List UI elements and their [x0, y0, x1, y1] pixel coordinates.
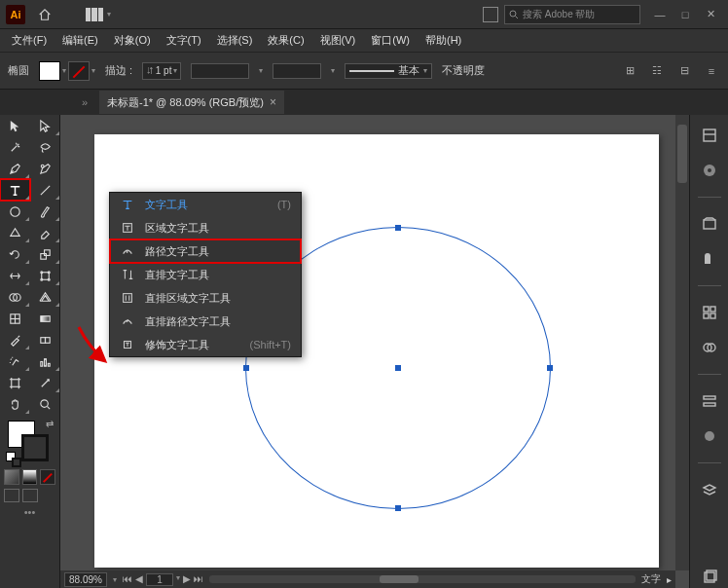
- menu-effect[interactable]: 效果(C): [262, 31, 309, 50]
- menu-file[interactable]: 文件(F): [6, 31, 53, 50]
- stroke-swatch[interactable]: [68, 61, 90, 81]
- properties-panel-icon[interactable]: [699, 125, 720, 146]
- brushes-panel-icon[interactable]: [699, 302, 720, 323]
- shaper-tool[interactable]: [0, 222, 30, 243]
- pen-tool[interactable]: [0, 158, 30, 179]
- symbol-sprayer-tool[interactable]: [0, 350, 30, 372]
- eraser-tool[interactable]: [30, 222, 60, 243]
- tab-expand-icon[interactable]: »: [78, 96, 91, 108]
- eyedropper-tool[interactable]: [0, 329, 30, 350]
- artboard-next[interactable]: ▶: [183, 573, 191, 586]
- stroke-color-icon[interactable]: [21, 434, 49, 461]
- menu-type[interactable]: 文字(T): [161, 31, 207, 50]
- zoom-level-input[interactable]: 88.09%: [64, 572, 107, 587]
- zoom-tool[interactable]: [30, 393, 60, 415]
- flyout-type-tool[interactable]: 文字工具 (T): [110, 193, 301, 216]
- var-width-profile[interactable]: [191, 63, 249, 79]
- stroke-weight-input[interactable]: ⮃ 1 pt ▾: [142, 62, 181, 80]
- more-panels-icon[interactable]: [699, 567, 720, 588]
- handle-top[interactable]: [395, 225, 401, 231]
- flyout-vertical-path-type-tool[interactable]: 直排路径文字工具: [110, 310, 301, 333]
- scale-tool[interactable]: [30, 243, 60, 265]
- menu-view[interactable]: 视图(V): [314, 31, 362, 50]
- appearance-panel-icon[interactable]: [699, 425, 720, 447]
- handle-left[interactable]: [243, 365, 249, 371]
- swap-colors-icon[interactable]: ⇄: [46, 419, 54, 429]
- gradient-tool[interactable]: [30, 308, 60, 329]
- stroke-panel-icon[interactable]: [699, 390, 720, 412]
- fill-swatch[interactable]: [39, 61, 60, 81]
- flyout-area-type-tool[interactable]: 区域文字工具: [110, 216, 301, 239]
- vertical-scrollbar[interactable]: [675, 115, 689, 570]
- selection-tool[interactable]: [0, 115, 30, 136]
- screen-mode-normal[interactable]: [4, 489, 19, 502]
- artboard-number[interactable]: 1: [146, 573, 173, 586]
- artboard-prev[interactable]: ◀: [135, 573, 143, 586]
- libraries-panel-icon[interactable]: [699, 213, 720, 235]
- search-input[interactable]: 搜索 Adobe 帮助: [504, 5, 640, 24]
- hand-tool[interactable]: [0, 393, 30, 415]
- tab-close-button[interactable]: ×: [270, 95, 276, 109]
- menu-window[interactable]: 窗口(W): [365, 31, 416, 50]
- type-tool[interactable]: [0, 179, 30, 201]
- direct-selection-tool[interactable]: [30, 115, 60, 136]
- artboard-last[interactable]: ⏭: [194, 573, 203, 586]
- ellipse-tool[interactable]: [0, 201, 30, 222]
- handle-right[interactable]: [547, 365, 553, 371]
- menu-edit[interactable]: 编辑(E): [56, 31, 104, 50]
- isolate-icon[interactable]: ⊟: [675, 62, 693, 80]
- edit-toolbar-button[interactable]: •••: [0, 504, 59, 520]
- width-tool[interactable]: [0, 265, 30, 286]
- lasso-tool[interactable]: [30, 136, 60, 158]
- flyout-vertical-type-tool[interactable]: 直排文字工具: [110, 263, 301, 286]
- flyout-vertical-area-type-tool[interactable]: 直排区域文字工具: [110, 286, 301, 310]
- align-icon[interactable]: ⊞: [621, 62, 638, 80]
- curvature-tool[interactable]: [30, 158, 60, 179]
- line-tool[interactable]: [30, 179, 60, 201]
- menu-select[interactable]: 选择(S): [211, 31, 259, 50]
- mesh-tool[interactable]: [0, 308, 30, 329]
- h-scroll-thumb[interactable]: [380, 575, 419, 583]
- menu-help[interactable]: 帮助(H): [419, 31, 467, 50]
- handle-bottom[interactable]: [395, 505, 401, 511]
- status-menu-icon[interactable]: ▸: [667, 574, 672, 585]
- color-panel-icon[interactable]: [699, 160, 720, 181]
- brush-def[interactable]: [273, 63, 321, 79]
- home-button[interactable]: [33, 3, 56, 26]
- menu-object[interactable]: 对象(O): [108, 31, 157, 50]
- blend-tool[interactable]: [30, 329, 60, 350]
- flyout-path-type-tool[interactable]: 路径文字工具: [110, 239, 301, 263]
- fill-stroke-swatch[interactable]: ⇄: [0, 415, 59, 467]
- zoom-dropdown-icon[interactable]: ▾: [113, 575, 117, 584]
- graphic-style-preview[interactable]: 基本 ▾: [345, 63, 432, 79]
- paintbrush-tool[interactable]: [30, 201, 60, 222]
- flyout-touch-type-tool[interactable]: 修饰文字工具 (Shift+T): [110, 333, 301, 356]
- symbols-panel-icon[interactable]: [699, 337, 720, 358]
- swatches-panel-icon[interactable]: [699, 248, 720, 270]
- minimize-button[interactable]: —: [648, 5, 672, 24]
- center-point[interactable]: [395, 365, 401, 371]
- layers-panel-icon[interactable]: [699, 479, 720, 500]
- canvas[interactable]: 88.09% ▾ ⏮ ◀ 1 ▾ ▶ ⏭ 文字 ▸ 文字工具: [60, 115, 689, 588]
- maximize-button[interactable]: □: [673, 5, 697, 24]
- artboard-first[interactable]: ⏮: [123, 573, 132, 586]
- horizontal-scrollbar[interactable]: [209, 575, 636, 583]
- panel-menu-icon[interactable]: ≡: [703, 62, 720, 80]
- perspective-tool[interactable]: [30, 286, 60, 308]
- document-tab[interactable]: 未标题-1* @ 88.09% (RGB/预览) ×: [99, 91, 284, 114]
- v-scroll-thumb[interactable]: [677, 125, 687, 183]
- arrange-documents-button[interactable]: ▾: [86, 8, 111, 21]
- gpu-preview-icon[interactable]: [483, 7, 498, 22]
- magic-wand-tool[interactable]: [0, 136, 30, 158]
- transform-icon[interactable]: ☷: [648, 62, 666, 80]
- graph-tool[interactable]: [30, 350, 60, 372]
- rotate-tool[interactable]: [0, 243, 30, 265]
- none-mode-button[interactable]: [40, 469, 55, 485]
- screen-mode-full[interactable]: [22, 489, 38, 502]
- slice-tool[interactable]: [30, 372, 60, 393]
- opacity-label[interactable]: 不透明度: [442, 63, 485, 78]
- artboard-tool[interactable]: [0, 372, 30, 393]
- gradient-mode-button[interactable]: [22, 469, 38, 485]
- free-transform-tool[interactable]: [30, 265, 60, 286]
- shape-builder-tool[interactable]: [0, 286, 30, 308]
